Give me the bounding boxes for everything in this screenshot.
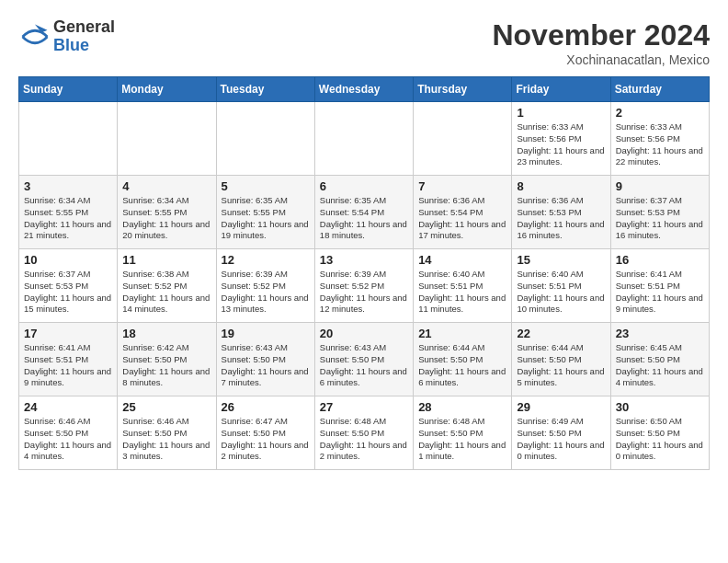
day-number: 7 [418, 179, 506, 193]
day-number: 3 [24, 179, 112, 193]
month-title: November 2024 [492, 18, 710, 52]
calendar-cell: 1Sunrise: 6:33 AM Sunset: 5:56 PM Daylig… [512, 102, 610, 176]
day-number: 8 [517, 179, 605, 193]
day-number: 21 [418, 327, 506, 340]
day-info: Sunrise: 6:50 AM Sunset: 5:50 PM Dayligh… [616, 416, 704, 463]
calendar-week-row: 10Sunrise: 6:37 AM Sunset: 5:53 PM Dayli… [19, 249, 710, 323]
day-number: 25 [122, 400, 210, 414]
day-number: 29 [517, 400, 605, 414]
calendar-cell: 13Sunrise: 6:39 AM Sunset: 5:52 PM Dayli… [314, 249, 413, 323]
calendar-cell: 8Sunrise: 6:36 AM Sunset: 5:53 PM Daylig… [512, 176, 610, 249]
calendar-week-row: 17Sunrise: 6:41 AM Sunset: 5:51 PM Dayli… [19, 323, 710, 396]
day-number: 22 [517, 327, 605, 340]
header: General Blue November 2024 Xochinanacatl… [18, 18, 710, 67]
day-info: Sunrise: 6:35 AM Sunset: 5:55 PM Dayligh… [222, 195, 310, 242]
calendar-cell: 29Sunrise: 6:49 AM Sunset: 5:50 PM Dayli… [512, 396, 610, 470]
day-number: 2 [616, 106, 704, 120]
title-block: November 2024 Xochinanacatlan, Mexico [492, 18, 710, 67]
calendar-cell: 10Sunrise: 6:37 AM Sunset: 5:53 PM Dayli… [19, 249, 118, 323]
day-info: Sunrise: 6:37 AM Sunset: 5:53 PM Dayligh… [24, 269, 112, 316]
day-info: Sunrise: 6:40 AM Sunset: 5:51 PM Dayligh… [517, 269, 605, 316]
calendar-cell: 3Sunrise: 6:34 AM Sunset: 5:55 PM Daylig… [19, 176, 118, 249]
day-number: 23 [616, 327, 704, 340]
weekday-header: Sunday [19, 77, 118, 102]
day-info: Sunrise: 6:48 AM Sunset: 5:50 PM Dayligh… [320, 416, 408, 463]
calendar-table: SundayMondayTuesdayWednesdayThursdayFrid… [18, 76, 710, 470]
location: Xochinanacatlan, Mexico [492, 52, 710, 67]
day-number: 1 [517, 106, 605, 120]
weekday-header: Wednesday [314, 77, 413, 102]
day-info: Sunrise: 6:43 AM Sunset: 5:50 PM Dayligh… [320, 342, 408, 389]
day-info: Sunrise: 6:43 AM Sunset: 5:50 PM Dayligh… [222, 342, 310, 389]
logo-icon [18, 20, 51, 53]
day-info: Sunrise: 6:45 AM Sunset: 5:50 PM Dayligh… [616, 342, 704, 389]
logo: General Blue [18, 18, 115, 55]
day-number: 12 [222, 253, 310, 267]
day-info: Sunrise: 6:41 AM Sunset: 5:51 PM Dayligh… [616, 269, 704, 316]
calendar-cell: 17Sunrise: 6:41 AM Sunset: 5:51 PM Dayli… [19, 323, 118, 396]
day-info: Sunrise: 6:40 AM Sunset: 5:51 PM Dayligh… [418, 269, 506, 316]
calendar-week-row: 1Sunrise: 6:33 AM Sunset: 5:56 PM Daylig… [19, 102, 710, 176]
calendar-cell: 20Sunrise: 6:43 AM Sunset: 5:50 PM Dayli… [314, 323, 413, 396]
calendar-cell: 15Sunrise: 6:40 AM Sunset: 5:51 PM Dayli… [512, 249, 610, 323]
day-info: Sunrise: 6:42 AM Sunset: 5:50 PM Dayligh… [122, 342, 210, 389]
calendar-cell [216, 102, 314, 176]
calendar-week-row: 3Sunrise: 6:34 AM Sunset: 5:55 PM Daylig… [19, 176, 710, 249]
day-number: 13 [320, 253, 408, 267]
calendar-cell [118, 102, 216, 176]
day-info: Sunrise: 6:38 AM Sunset: 5:52 PM Dayligh… [122, 269, 210, 316]
calendar-cell: 24Sunrise: 6:46 AM Sunset: 5:50 PM Dayli… [19, 396, 118, 470]
calendar-cell: 4Sunrise: 6:34 AM Sunset: 5:55 PM Daylig… [118, 176, 216, 249]
calendar-cell: 16Sunrise: 6:41 AM Sunset: 5:51 PM Dayli… [610, 249, 709, 323]
calendar-cell: 26Sunrise: 6:47 AM Sunset: 5:50 PM Dayli… [216, 396, 314, 470]
calendar-cell: 25Sunrise: 6:46 AM Sunset: 5:50 PM Dayli… [118, 396, 216, 470]
day-info: Sunrise: 6:36 AM Sunset: 5:53 PM Dayligh… [517, 195, 605, 242]
day-number: 18 [122, 327, 210, 340]
day-number: 20 [320, 327, 408, 340]
day-info: Sunrise: 6:44 AM Sunset: 5:50 PM Dayligh… [418, 342, 506, 389]
calendar-cell: 18Sunrise: 6:42 AM Sunset: 5:50 PM Dayli… [118, 323, 216, 396]
weekday-header: Monday [118, 77, 216, 102]
day-number: 30 [616, 400, 704, 414]
calendar-cell: 30Sunrise: 6:50 AM Sunset: 5:50 PM Dayli… [610, 396, 709, 470]
day-info: Sunrise: 6:48 AM Sunset: 5:50 PM Dayligh… [418, 416, 506, 463]
day-number: 24 [24, 400, 112, 414]
day-info: Sunrise: 6:36 AM Sunset: 5:54 PM Dayligh… [418, 195, 506, 242]
day-info: Sunrise: 6:41 AM Sunset: 5:51 PM Dayligh… [24, 342, 112, 389]
day-number: 11 [122, 253, 210, 267]
calendar-week-row: 24Sunrise: 6:46 AM Sunset: 5:50 PM Dayli… [19, 396, 710, 470]
day-info: Sunrise: 6:34 AM Sunset: 5:55 PM Dayligh… [122, 195, 210, 242]
day-number: 15 [517, 253, 605, 267]
calendar-cell: 2Sunrise: 6:33 AM Sunset: 5:56 PM Daylig… [610, 102, 709, 176]
day-number: 4 [122, 179, 210, 193]
day-info: Sunrise: 6:47 AM Sunset: 5:50 PM Dayligh… [222, 416, 310, 463]
weekday-header: Tuesday [216, 77, 314, 102]
day-info: Sunrise: 6:49 AM Sunset: 5:50 PM Dayligh… [517, 416, 605, 463]
day-info: Sunrise: 6:39 AM Sunset: 5:52 PM Dayligh… [320, 269, 408, 316]
logo-text: General Blue [53, 18, 115, 55]
calendar-cell: 9Sunrise: 6:37 AM Sunset: 5:53 PM Daylig… [610, 176, 709, 249]
calendar-cell: 5Sunrise: 6:35 AM Sunset: 5:55 PM Daylig… [216, 176, 314, 249]
weekday-header: Saturday [610, 77, 709, 102]
day-number: 14 [418, 253, 506, 267]
day-number: 16 [616, 253, 704, 267]
day-info: Sunrise: 6:44 AM Sunset: 5:50 PM Dayligh… [517, 342, 605, 389]
day-info: Sunrise: 6:37 AM Sunset: 5:53 PM Dayligh… [616, 195, 704, 242]
weekday-header: Friday [512, 77, 610, 102]
day-info: Sunrise: 6:39 AM Sunset: 5:52 PM Dayligh… [222, 269, 310, 316]
day-info: Sunrise: 6:46 AM Sunset: 5:50 PM Dayligh… [122, 416, 210, 463]
day-number: 27 [320, 400, 408, 414]
weekday-header-row: SundayMondayTuesdayWednesdayThursdayFrid… [19, 77, 710, 102]
calendar-cell: 22Sunrise: 6:44 AM Sunset: 5:50 PM Dayli… [512, 323, 610, 396]
day-number: 6 [320, 179, 408, 193]
day-info: Sunrise: 6:46 AM Sunset: 5:50 PM Dayligh… [24, 416, 112, 463]
calendar-cell: 11Sunrise: 6:38 AM Sunset: 5:52 PM Dayli… [118, 249, 216, 323]
day-number: 17 [24, 327, 112, 340]
day-number: 5 [222, 179, 310, 193]
logo-line2: Blue [53, 37, 115, 55]
calendar-cell [414, 102, 512, 176]
calendar-cell: 7Sunrise: 6:36 AM Sunset: 5:54 PM Daylig… [414, 176, 512, 249]
weekday-header: Thursday [414, 77, 512, 102]
day-info: Sunrise: 6:35 AM Sunset: 5:54 PM Dayligh… [320, 195, 408, 242]
calendar-cell: 12Sunrise: 6:39 AM Sunset: 5:52 PM Dayli… [216, 249, 314, 323]
